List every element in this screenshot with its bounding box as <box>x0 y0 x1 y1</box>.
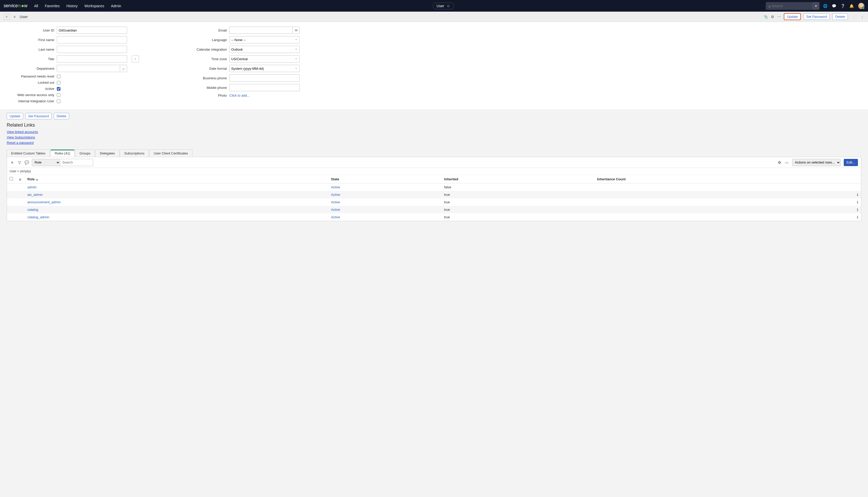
last-name-input[interactable] <box>57 46 127 53</box>
select-all-checkbox[interactable] <box>10 177 13 180</box>
list-actions-select[interactable]: Actions on selected rows... <box>792 159 841 166</box>
nav-admin[interactable]: Admin <box>111 4 121 8</box>
lower-section: Update Set Password Delete Related Links… <box>0 109 868 229</box>
tab-entitled-tables[interactable]: Entitled Custom Tables <box>7 150 50 157</box>
table-row[interactable]: catalog_adminActivetrue1 <box>7 213 861 221</box>
web-service-label: Web service access only <box>5 93 54 97</box>
star-icon: ☆ <box>446 4 450 8</box>
business-phone-input[interactable] <box>229 74 300 82</box>
department-input[interactable] <box>57 65 120 72</box>
internal-int-label: Internal Integration User <box>5 99 54 103</box>
help-icon[interactable]: ❔ <box>841 4 845 8</box>
user-id-input[interactable] <box>57 27 127 34</box>
delete-button[interactable]: Delete <box>833 13 848 20</box>
department-lookup-icon[interactable]: ⌕ <box>120 65 127 72</box>
context-pill-label: User <box>437 4 444 8</box>
list-breadcrumb: User = (empty) <box>7 168 861 175</box>
table-row[interactable]: catalogActivetrue1 <box>7 206 861 213</box>
nav-workspaces[interactable]: Workspaces <box>84 4 104 8</box>
filter-icon[interactable]: ▽ <box>17 160 22 165</box>
form-title: User <box>20 14 28 19</box>
col-state[interactable]: State <box>328 175 441 183</box>
header-search-icon[interactable]: ⌕ <box>18 177 22 181</box>
list-collapse-icon[interactable]: — <box>785 160 789 165</box>
internal-int-checkbox[interactable] <box>57 99 60 103</box>
attachment-icon[interactable]: 📎 <box>764 15 768 19</box>
logo: servicen●w <box>4 3 27 9</box>
calendar-select[interactable]: Outlook <box>229 46 300 53</box>
update-button-bottom[interactable]: Update <box>7 113 23 119</box>
set-password-button-bottom[interactable]: Set Password <box>25 113 52 119</box>
update-button[interactable]: Update <box>784 13 801 20</box>
back-button[interactable]: < <box>4 14 10 20</box>
last-name-label: Last name <box>5 47 54 52</box>
first-name-input[interactable] <box>57 36 127 43</box>
related-tabs: Entitled Custom Tables Roles (41) Groups… <box>7 150 861 157</box>
set-password-button[interactable]: Set Password <box>803 13 830 20</box>
calendar-label: Calendar integration <box>178 47 227 52</box>
roles-table: ⌕ Role▲ State Inherited Inheritance Coun… <box>7 175 861 221</box>
photo-label: Photo <box>178 94 227 97</box>
next-record-icon[interactable]: ↓ <box>860 15 864 19</box>
col-inheritance-count[interactable]: Inheritance Count <box>595 175 861 183</box>
form-header: < ≡ User 📎 ⚙ ⋯ Update Set Password Delet… <box>0 12 868 22</box>
form-menu-icon[interactable]: ≡ <box>12 15 16 19</box>
delete-button-bottom[interactable]: Delete <box>54 113 69 119</box>
col-inherited[interactable]: Inherited <box>441 175 595 183</box>
global-search[interactable]: ⌕ <box>766 2 812 10</box>
table-row[interactable]: ais_adminActivetrue1 <box>7 191 861 198</box>
sort-asc-icon: ▲ <box>35 178 38 181</box>
email-input[interactable] <box>229 27 293 34</box>
mobile-phone-input[interactable] <box>229 84 300 91</box>
locked-out-label: Locked out <box>5 81 54 84</box>
list-settings-icon[interactable]: ⚙ <box>778 160 782 165</box>
pwd-reset-checkbox[interactable] <box>57 75 60 78</box>
web-service-checkbox[interactable] <box>57 93 60 97</box>
tab-client-certs[interactable]: User Client Certificates <box>149 150 193 157</box>
globe-icon[interactable]: 🌐 <box>823 4 827 8</box>
form-body: User ID First name Last name Title♀ Depa… <box>0 22 868 109</box>
related-link-reset-password[interactable]: Reset a password <box>7 140 861 146</box>
table-row[interactable]: announcement_adminActivetrue1 <box>7 198 861 206</box>
chat-icon[interactable]: 💬 <box>832 4 836 8</box>
related-link-view-subscriptions[interactable]: View Subscriptions <box>7 135 861 140</box>
global-search-input[interactable] <box>772 4 810 8</box>
context-pill[interactable]: User ☆ <box>433 3 454 9</box>
related-link-view-linked[interactable]: View linked accounts <box>7 129 861 135</box>
dateformat-select[interactable]: System (yyyy-MM-dd) <box>229 65 300 72</box>
active-checkbox[interactable] <box>57 87 60 91</box>
activity-icon[interactable]: 💬 <box>25 160 29 165</box>
tab-subscriptions[interactable]: Subscriptions <box>120 150 149 157</box>
photo-add-link[interactable]: Click to add... <box>229 94 250 97</box>
nav-all[interactable]: All <box>34 4 38 8</box>
locked-out-checkbox[interactable] <box>57 81 60 84</box>
nav-favorites[interactable]: Favorites <box>45 4 60 8</box>
timezone-select[interactable]: US/Central <box>229 55 300 62</box>
prev-record-icon[interactable]: ↑ <box>852 15 856 19</box>
bell-icon[interactable]: 🔔 <box>850 4 854 8</box>
tab-roles[interactable]: Roles (41) <box>51 150 75 157</box>
more-icon[interactable]: ⋯ <box>777 15 781 19</box>
email-compose-icon[interactable]: ✉ <box>293 27 300 34</box>
col-role[interactable]: Role▲ <box>25 175 328 183</box>
list-edit-button[interactable]: Edit... <box>844 159 858 166</box>
title-suggest-icon[interactable]: ♀ <box>132 55 139 62</box>
language-select[interactable]: -- None -- <box>229 36 300 43</box>
title-input[interactable] <box>57 55 127 62</box>
right-column: Email✉ Language-- None -- Calendar integ… <box>178 27 300 103</box>
department-label: Department <box>5 67 54 71</box>
left-column: User ID First name Last name Title♀ Depa… <box>5 27 139 103</box>
tab-groups[interactable]: Groups <box>75 150 95 157</box>
user-avatar[interactable] <box>858 3 864 9</box>
timezone-label: Time zone <box>178 57 227 61</box>
tab-delegates[interactable]: Delegates <box>95 150 119 157</box>
personalize-icon[interactable]: ⚙ <box>770 15 774 19</box>
list-menu-icon[interactable]: ≡ <box>10 160 14 165</box>
list-field-select[interactable]: Role <box>32 159 60 166</box>
table-row[interactable]: adminActivefalse <box>7 183 861 191</box>
search-scope-caret[interactable]: ▾ <box>812 2 820 10</box>
list-search-input[interactable] <box>60 159 93 166</box>
user-id-label: User ID <box>5 28 54 32</box>
nav-history[interactable]: History <box>67 4 78 8</box>
main-nav: All Favorites History Workspaces Admin <box>34 4 121 8</box>
